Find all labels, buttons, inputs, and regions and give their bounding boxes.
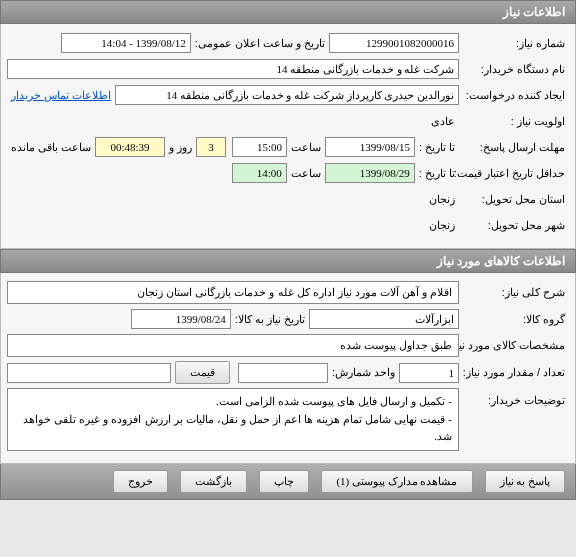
field-notes: - تکمیل و ارسال فایل های پیوست شده الزام…	[7, 388, 459, 451]
value-city: زنجان	[425, 219, 459, 232]
value-province: زنجان	[425, 193, 459, 206]
section2-header: اطلاعات کالاهای مورد نیاز	[0, 249, 576, 273]
field-specs: طبق جداول پیوست شده	[7, 334, 459, 357]
label-needdate: تاریخ نیاز به کالا:	[231, 313, 309, 326]
label-priority: اولویت نیاز :	[459, 115, 569, 128]
notes-line2: - قیمت نهایی شامل تمام هزینه ها اعم از ح…	[14, 411, 452, 446]
exit-button[interactable]: خروج	[113, 470, 168, 493]
label-province: استان محل تحویل:	[459, 193, 569, 206]
label-city: شهر محل تحویل:	[459, 219, 569, 232]
field-group: ابزارآلات	[309, 309, 459, 329]
label-reqno: شماره نیاز:	[459, 37, 569, 50]
label-specs: مشخصات کالای مورد نیاز:	[459, 339, 569, 352]
field-remain-days: 3	[196, 137, 226, 157]
label-validity: حداقل تاریخ اعتبار قیمت:	[459, 167, 569, 180]
label-deadline: مهلت ارسال پاسخ:	[459, 141, 569, 154]
field-price[interactable]	[7, 363, 171, 383]
reply-button[interactable]: پاسخ به نیاز	[485, 470, 566, 493]
label-todate: تا تاریخ :	[415, 141, 459, 154]
field-remain-clock: 00:48:39	[95, 137, 165, 157]
field-validity-time[interactable]: 14:00	[232, 163, 287, 183]
field-buyer: شرکت غله و خدمات بازرگانی منطقه 14	[7, 59, 459, 79]
label-qty: تعداد / مقدار مورد نیاز:	[459, 366, 569, 379]
label-unit: واحد شمارش:	[328, 366, 399, 379]
footer-bar: پاسخ به نیاز مشاهده مدارک پیوستی (1) چاپ…	[0, 464, 576, 500]
label-time1: ساعت	[287, 141, 325, 154]
field-needdate: 1399/08/24	[131, 309, 231, 329]
label-remain: ساعت باقی مانده	[7, 141, 95, 154]
label-desc: شرح کلی نیاز:	[459, 286, 569, 299]
field-deadline-time: 15:00	[232, 137, 287, 157]
section1-body: شماره نیاز: 1299001082000016 تاریخ و ساع…	[0, 24, 576, 249]
label-time2: ساعت	[287, 167, 325, 180]
section2-body: شرح کلی نیاز: اقلام و آهن آلات مورد نیاز…	[0, 273, 576, 464]
label-announce: تاریخ و ساعت اعلان عمومی:	[191, 37, 329, 50]
link-contact[interactable]: اطلاعات تماس خریدار	[7, 89, 115, 102]
label-todate2: تا تاریخ :	[415, 167, 459, 180]
notes-line1: - تکمیل و ارسال فایل های پیوست شده الزام…	[14, 393, 452, 411]
back-button[interactable]: بازگشت	[180, 470, 247, 493]
field-announce: 1399/08/12 - 14:04	[61, 33, 191, 53]
field-creator: نورالدین حیدری کارپرداز شرکت غله و خدمات…	[115, 85, 459, 105]
section1-header: اطلاعات نیاز	[0, 0, 576, 24]
price-button[interactable]: قیمت	[175, 361, 230, 384]
value-priority: عادی	[427, 115, 459, 128]
label-group: گروه کالا:	[459, 313, 569, 326]
field-unit	[238, 363, 328, 383]
print-button[interactable]: چاپ	[259, 470, 309, 493]
label-days: روز و	[165, 141, 196, 154]
field-deadline-date: 1399/08/15	[325, 137, 415, 157]
label-buyer: نام دستگاه خریدار:	[459, 63, 569, 76]
label-creator: ایجاد کننده درخواست:	[459, 89, 569, 102]
field-validity-date[interactable]: 1399/08/29	[325, 163, 415, 183]
field-desc: اقلام و آهن آلات مورد نیاز اداره کل غله …	[7, 281, 459, 304]
attachments-button[interactable]: مشاهده مدارک پیوستی (1)	[321, 470, 472, 493]
field-qty: 1	[399, 363, 459, 383]
field-reqno: 1299001082000016	[329, 33, 459, 53]
label-notes: توضیحات خریدار:	[459, 388, 569, 407]
